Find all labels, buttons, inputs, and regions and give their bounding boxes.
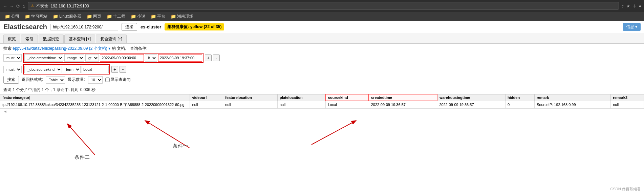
- cluster-health-badge: 集群健康值: yellow (22 of 35): [165, 23, 224, 30]
- col-warehousingtime: warehousingtime: [437, 94, 506, 101]
- bookmark-xn[interactable]: 📁 湘南现场: [169, 13, 195, 20]
- filter-op-2[interactable]: term: [63, 66, 81, 73]
- col-hidden: hidden: [506, 94, 535, 101]
- bookmark-learning[interactable]: 📁 学习网站: [23, 13, 49, 20]
- app-title: Elasticsearch: [3, 23, 47, 31]
- add-filter-button[interactable]: +: [205, 55, 212, 61]
- search-label: 搜索 eppv5-rawdatavehiclepassing-2022.09.0…: [3, 46, 641, 51]
- tab-basic-query[interactable]: 基本查询 [+]: [64, 35, 95, 43]
- bookmark-platform[interactable]: 📁 平台: [149, 13, 167, 20]
- security-label: 不安全: [36, 3, 48, 9]
- svg-line-2: [68, 124, 95, 155]
- forward-button[interactable]: →: [9, 3, 14, 9]
- display-count-select[interactable]: 10: [88, 76, 103, 84]
- return-format-select[interactable]: Table: [46, 76, 65, 84]
- return-format-label: 返回格式式:: [22, 77, 43, 83]
- favorites-icon: ★: [626, 4, 630, 8]
- filter-op-1[interactable]: range: [64, 54, 84, 62]
- nav-tabs: 概览 索引 数据浏览 基本查询 [+] 复合查询 [+]: [0, 33, 644, 44]
- cell-hidden: 0: [506, 101, 535, 108]
- app-header: Elasticsearch 连接 es-cluster 集群健康值: yello…: [0, 21, 644, 33]
- bookmark-label: 十二师: [113, 14, 125, 19]
- cell-remark2: null: [611, 101, 644, 108]
- annotation-area: 条件一 条件二: [0, 114, 644, 182]
- info-button[interactable]: 信息 ▾: [623, 23, 641, 31]
- show-query-label[interactable]: 显示查询句: [105, 77, 131, 83]
- result-info: 查询 1 个分片中用的 1 个，1 条命中. 耗时 0.006 秒: [0, 86, 644, 94]
- filter-value-2[interactable]: [82, 66, 109, 73]
- folder-icon: 📁: [171, 14, 176, 19]
- bookmark-label: 湘南现场: [177, 14, 193, 19]
- refresh-button[interactable]: ⟳: [16, 3, 20, 9]
- show-query-checkbox[interactable]: [105, 78, 110, 82]
- col-remark2: remark2: [611, 94, 644, 101]
- download-icon: ⇓: [633, 4, 636, 8]
- cluster-name: es-cluster: [141, 24, 161, 29]
- cell-createdtime: 2022-09-09 19:36:57: [369, 101, 437, 108]
- add-filter-2-button[interactable]: +: [111, 66, 118, 73]
- folder-icon: 📁: [131, 14, 136, 19]
- col-createdtime: createdtime: [369, 94, 437, 101]
- bookmark-label: 学习网站: [31, 14, 47, 19]
- folder-icon: 📁: [87, 14, 92, 19]
- cell-sourcekind: Local: [326, 101, 369, 108]
- browser-actions: ｯ ★ ⇓ ●: [622, 4, 641, 8]
- annotation-label-1: 条件一: [173, 143, 188, 149]
- arrows-svg: [0, 114, 644, 182]
- table-header-row: featureimageur| videourl featurelocation…: [0, 94, 644, 101]
- tab-complex-query[interactable]: 复合查询 [+]: [96, 35, 127, 43]
- filter-row-1-outlined: _doc.createdtime range gt lt: [23, 53, 203, 63]
- bookmark-novel[interactable]: 📁 小说: [129, 13, 147, 20]
- filter-value-from[interactable]: [100, 54, 144, 62]
- remove-filter-2-button[interactable]: -: [120, 66, 126, 73]
- index-selector[interactable]: eppv5-rawdatavehiclepassing-2022.09.09 (…: [13, 46, 110, 51]
- cell-platelocation: null: [277, 101, 325, 108]
- filter-value-to[interactable]: [158, 54, 202, 62]
- tab-overview[interactable]: 概览: [3, 35, 20, 43]
- connect-button[interactable]: 连接: [122, 23, 137, 31]
- col-videourl: videourl: [190, 94, 223, 101]
- filter-op-gt[interactable]: gt: [85, 54, 99, 62]
- folder-icon: 📁: [53, 14, 58, 19]
- browser-nav-buttons[interactable]: ← → ⟳ ⌂: [3, 3, 25, 9]
- table-container: featureimageur| videourl featurelocation…: [0, 94, 644, 114]
- address-text: 192.168.10.172:9100: [50, 4, 89, 8]
- bookmark-label: Linux服务器: [59, 14, 81, 19]
- col-sourcekind: sourcekind: [326, 94, 369, 101]
- table-row: tp://192.168.10.172:8888/kakou/342342235…: [0, 101, 644, 108]
- folder-icon: 📁: [25, 14, 30, 19]
- bookmark-label: 平台: [157, 14, 165, 19]
- bookmark-label: 公司: [11, 14, 19, 19]
- bookmark-label: 网页: [93, 14, 101, 19]
- address-bar[interactable]: ⚠ 不安全 192.168.10.172:9100: [28, 2, 619, 10]
- bookmark-company[interactable]: 📁 公司: [3, 13, 21, 20]
- result-text: 查询 1 个分片中用的 1 个，1 条命中. 耗时 0.006 秒: [3, 87, 95, 92]
- filter-must-1[interactable]: must: [3, 54, 22, 62]
- tab-index[interactable]: 索引: [21, 35, 38, 43]
- cell-remark: SourceIP: 192.168.0.99: [534, 101, 610, 108]
- cell-warehousingtime: 2022-09-09 19:36:57: [437, 101, 506, 108]
- folder-icon: 📁: [107, 14, 112, 19]
- back-button[interactable]: ←: [3, 3, 7, 9]
- filter-field-2[interactable]: _doc.sourcekind: [24, 66, 62, 73]
- search-options: 搜索 返回格式式: Table 显示数量: 10 显示查询句: [3, 76, 641, 84]
- bookmarks-bar: 📁 公司 📁 学习网站 📁 Linux服务器 📁 网页 📁 十二师 📁 小说 📁…: [0, 12, 644, 21]
- remove-filter-button[interactable]: -: [213, 55, 220, 61]
- security-icon: ⚠: [31, 4, 34, 8]
- bookmark-label: 小说: [137, 14, 145, 19]
- url-input[interactable]: [50, 24, 118, 30]
- filter-field-1[interactable]: _doc.createdtime: [24, 54, 63, 62]
- bookmark-linux[interactable]: 📁 Linux服务器: [51, 13, 83, 20]
- filter-op-lt[interactable]: lt: [145, 54, 157, 62]
- col-platelocation: platelocation: [277, 94, 325, 101]
- extensions-icon: ｯ: [622, 4, 624, 8]
- tab-data-browse[interactable]: 数据浏览: [39, 35, 64, 43]
- col-remark: remark: [534, 94, 610, 101]
- cell-videourl: null: [190, 101, 223, 108]
- bookmark-twelve[interactable]: 📁 十二师: [105, 13, 127, 20]
- filter-must-2[interactable]: must: [3, 66, 22, 73]
- bookmark-webpage[interactable]: 📁 网页: [85, 13, 103, 20]
- home-button[interactable]: ⌂: [22, 3, 25, 9]
- search-area: 搜索 eppv5-rawdatavehiclepassing-2022.09.0…: [0, 44, 644, 86]
- search-button[interactable]: 搜索: [3, 76, 19, 84]
